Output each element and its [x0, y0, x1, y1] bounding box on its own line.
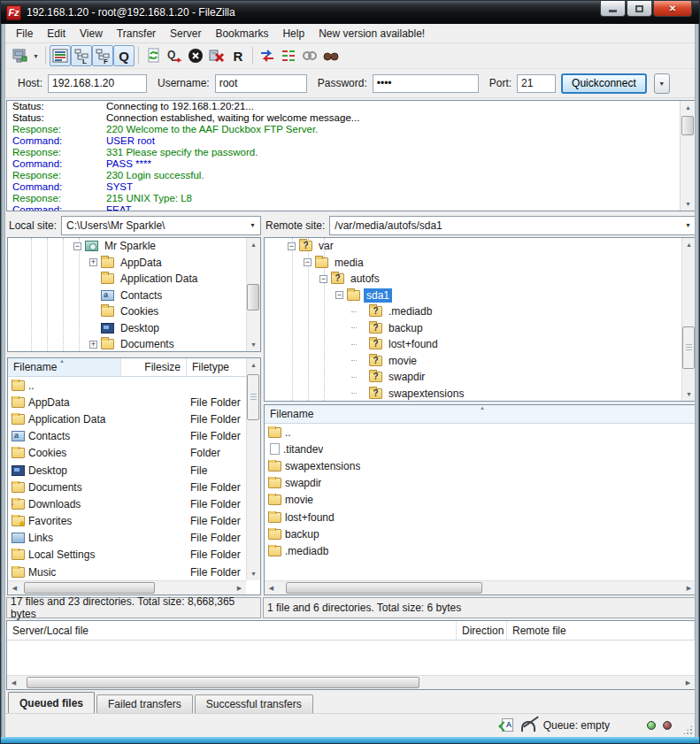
scroll-right-icon[interactable]: ▶	[233, 581, 246, 594]
local-tree-scrollbar-thumb[interactable]	[247, 284, 259, 311]
chevron-down-icon[interactable]: ▼	[245, 222, 260, 228]
minimize-button[interactable]	[600, 1, 626, 17]
file-list-comparison-button[interactable]	[278, 45, 299, 66]
collapse-icon[interactable]	[288, 242, 296, 250]
tree-item[interactable]: Contacts	[8, 288, 260, 304]
collapse-icon[interactable]	[73, 242, 81, 250]
local-list-scrollbar-thumb[interactable]	[247, 374, 259, 420]
site-manager-dropdown-arrow[interactable]: ▼	[30, 45, 42, 66]
window-border-bottom[interactable]	[1, 737, 699, 743]
file-row[interactable]: movie	[265, 492, 695, 509]
menu-help[interactable]: Help	[275, 25, 312, 42]
file-row[interactable]: DesktopFile	[8, 462, 260, 479]
column-header-remote-file[interactable]: Remote file	[507, 621, 695, 640]
tree-item[interactable]: media	[265, 255, 695, 272]
process-queue-button[interactable]: Q	[164, 45, 185, 66]
toggle-queue-button[interactable]: Q	[113, 45, 135, 66]
directory-comparison-button[interactable]	[257, 45, 278, 66]
message-log[interactable]: Status:Connecting to 192.168.1.20:21... …	[6, 100, 695, 211]
tree-item[interactable]: movie	[265, 353, 695, 370]
file-row[interactable]: lost+found	[265, 509, 695, 525]
menu-file[interactable]: File	[9, 25, 40, 42]
window-border-right[interactable]	[695, 24, 699, 737]
cancel-button[interactable]	[185, 45, 206, 66]
expand-icon[interactable]	[89, 341, 97, 349]
file-row[interactable]: CookiesFolder	[8, 445, 260, 462]
menu-server[interactable]: Server	[163, 25, 208, 42]
toggle-local-tree-button[interactable]: L	[71, 45, 92, 66]
queue-hscrollbar[interactable]: ◀ ▶	[7, 675, 695, 689]
tree-item[interactable]: Cookies	[8, 303, 260, 320]
collapse-icon[interactable]	[304, 258, 312, 266]
tree-item[interactable]: swapextensions	[265, 386, 695, 403]
username-input[interactable]	[215, 74, 307, 93]
log-scrollbar[interactable]: ▲ ▼	[680, 101, 695, 211]
tree-item[interactable]: AppData	[8, 255, 260, 272]
menu-view[interactable]: View	[73, 25, 110, 42]
scroll-up-icon[interactable]: ▲	[247, 358, 260, 372]
file-row[interactable]: Application DataFile Folder	[8, 410, 260, 427]
local-list-hscrollbar-thumb[interactable]	[24, 582, 155, 594]
file-row[interactable]: ..	[265, 424, 695, 441]
menu-transfer[interactable]: Transfer	[110, 25, 163, 42]
file-row[interactable]: DocumentsFile Folder	[8, 479, 260, 495]
tree-item[interactable]: Mr Sparkle	[8, 238, 260, 255]
tree-item[interactable]: Desktop	[8, 320, 260, 337]
menu-bookmarks[interactable]: Bookmarks	[208, 25, 275, 42]
tree-item[interactable]: swapdir	[265, 369, 695, 386]
file-row[interactable]: LinksFile Folder	[8, 530, 260, 547]
remote-site-combo[interactable]: /var/media/autofs/sda1 ▼	[329, 216, 695, 235]
collapse-icon[interactable]	[319, 275, 327, 283]
remote-directory-tree[interactable]: var media autofs sda1 .mediadb backup lo…	[264, 237, 695, 402]
queue-hscrollbar-thumb[interactable]	[27, 677, 419, 688]
tab-queued-files[interactable]: Queued files	[8, 692, 95, 713]
column-header-filetype[interactable]: Filetype	[187, 358, 247, 376]
log-scrollbar-thumb[interactable]	[681, 116, 694, 135]
scroll-left-icon[interactable]: ◀	[7, 676, 20, 689]
file-row[interactable]: .mediadb	[265, 542, 695, 559]
tree-item[interactable]: Documents	[8, 336, 260, 352]
remote-list-hscrollbar-thumb[interactable]	[286, 582, 482, 594]
column-header-server-local-file[interactable]: Server/Local file	[7, 621, 457, 640]
file-row[interactable]: MusicFile Folder	[8, 564, 260, 580]
tree-item[interactable]: backup	[265, 320, 695, 337]
column-header-direction[interactable]: Direction	[457, 621, 507, 640]
menu-new-version-notice[interactable]: New version available!	[312, 25, 432, 42]
quickconnect-dropdown-arrow[interactable]: ▼	[654, 73, 670, 94]
column-header-filesize[interactable]: Filesize	[121, 358, 187, 376]
scroll-right-icon[interactable]: ▶	[682, 581, 695, 594]
column-header-filename[interactable]: Filename▲	[265, 405, 695, 423]
file-row[interactable]: FavoritesFile Folder	[8, 513, 260, 530]
column-header-filename[interactable]: Filename▲	[8, 358, 121, 376]
expand-icon[interactable]	[89, 258, 97, 266]
speed-limits-icon[interactable]	[520, 718, 536, 732]
quickconnect-button[interactable]: Quickconnect	[561, 73, 647, 94]
host-input[interactable]	[48, 74, 147, 93]
tab-failed-transfers[interactable]: Failed transfers	[96, 694, 193, 713]
reconnect-button[interactable]: R	[227, 45, 249, 66]
chevron-down-icon[interactable]: ▼	[681, 222, 695, 228]
scroll-up-icon[interactable]: ▲	[247, 238, 260, 251]
tree-item[interactable]: Application Data	[8, 271, 260, 288]
file-row[interactable]: DownloadsFile Folder	[8, 495, 260, 512]
scroll-down-icon[interactable]: ▼	[247, 567, 260, 580]
file-row[interactable]: Local SettingsFile Folder	[8, 547, 260, 564]
local-list-scrollbar[interactable]: ▲ ▼	[246, 358, 260, 580]
scroll-down-icon[interactable]: ▼	[247, 338, 260, 351]
password-input[interactable]	[373, 74, 479, 93]
scroll-up-icon[interactable]: ▲	[681, 101, 695, 114]
menu-edit[interactable]: Edit	[40, 25, 73, 42]
local-directory-tree[interactable]: Mr Sparkle AppData Application Data Cont…	[7, 237, 261, 352]
scroll-down-icon[interactable]: ▼	[681, 197, 695, 211]
site-manager-button[interactable]	[9, 45, 30, 66]
tree-item[interactable]: var	[265, 238, 695, 255]
tree-item[interactable]: autofs	[265, 271, 695, 288]
toggle-remote-tree-button[interactable]: F	[92, 45, 113, 66]
tree-item[interactable]: .mediadb	[265, 303, 695, 320]
file-row[interactable]: swapdir	[265, 475, 695, 492]
tree-item-selected[interactable]: sda1	[265, 288, 695, 304]
remote-list-hscrollbar[interactable]: ◀ ▶	[265, 580, 695, 594]
refresh-button[interactable]	[142, 45, 164, 66]
scroll-left-icon[interactable]: ◀	[265, 581, 278, 594]
file-row[interactable]: .titandev	[265, 441, 695, 457]
